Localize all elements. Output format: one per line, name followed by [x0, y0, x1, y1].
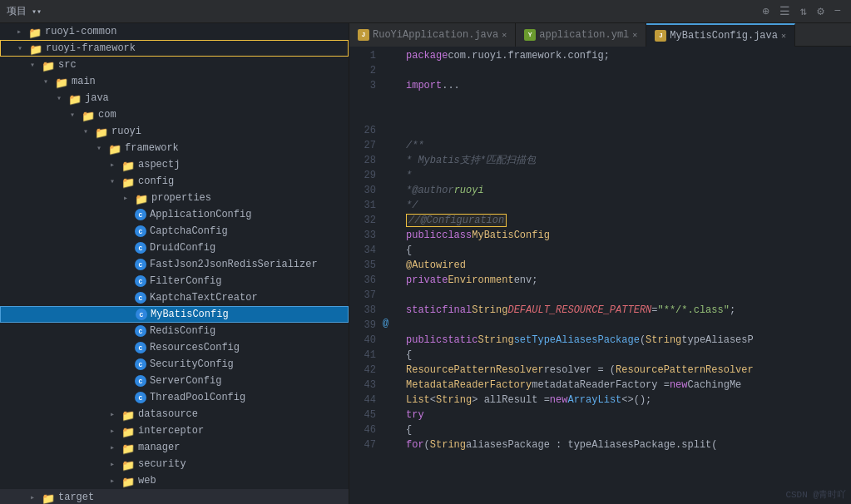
- sidebar-item-RedisConfig[interactable]: C RedisConfig: [0, 323, 349, 339]
- code-line-26: [406, 123, 844, 138]
- code-line-33: public class MyBatisConfig: [406, 228, 844, 243]
- tab-RuoYiApplication[interactable]: J RuoYiApplication.java ✕: [349, 23, 516, 47]
- sidebar-item-DruidConfig[interactable]: C DruidConfig: [0, 240, 349, 256]
- sidebar-item-com[interactable]: 📁 com: [0, 106, 349, 123]
- item-label: KaptchaTextCreator: [150, 292, 258, 304]
- arrow-icon: [43, 77, 55, 86]
- code-line-gap: [406, 93, 844, 108]
- sidebar-item-ThreadPoolConfig[interactable]: C ThreadPoolConfig: [0, 389, 349, 406]
- sidebar-item-framework[interactable]: 📁 framework: [0, 140, 349, 156]
- class-icon: C: [135, 225, 146, 237]
- item-label: aspectj: [138, 159, 180, 170]
- sidebar-item-KaptchaTextCreator[interactable]: C KaptchaTextCreator: [0, 289, 349, 306]
- sidebar-item-web[interactable]: 📁 web: [0, 472, 349, 489]
- settings-icon[interactable]: ⚙: [814, 2, 827, 20]
- sidebar-item-main[interactable]: 📁 main: [0, 73, 349, 90]
- class-icon: C: [135, 375, 146, 387]
- item-label: CaptchaConfig: [150, 225, 228, 237]
- item-label: MyBatisConfig: [151, 309, 229, 320]
- arrow-icon: [110, 476, 121, 486]
- code-editor[interactable]: 1 2 3 26 27 28 29 30 31 32 33 34 35 36 3…: [349, 47, 851, 504]
- arrow-icon: [110, 426, 121, 436]
- folder-icon: 📁: [121, 176, 135, 186]
- yml-file-icon: Y: [524, 29, 536, 41]
- sidebar-item-manager[interactable]: 📁 manager: [0, 439, 349, 456]
- code-line-47: for (String aliasesPackage : typeAliases…: [406, 437, 844, 452]
- code-line-29: *: [406, 168, 844, 183]
- folder-icon: 📁: [28, 27, 42, 37]
- sidebar-item-ruoyi-common[interactable]: 📁 ruoyi-common: [0, 23, 349, 40]
- panel-arrow[interactable]: ▾: [32, 7, 43, 17]
- class-icon: C: [135, 259, 146, 270]
- editor-gutter: @: [383, 47, 399, 504]
- folder-icon: 📁: [95, 126, 108, 136]
- tab-application[interactable]: Y application.yml ✕: [516, 23, 646, 47]
- list-icon[interactable]: ☰: [776, 2, 794, 20]
- code-line-36: private Environment env;: [406, 273, 844, 288]
- tab-MyBatisConfig[interactable]: J MyBatisConfig.java ✕: [646, 23, 795, 47]
- arrow-icon: [17, 43, 29, 53]
- folder-icon: 📁: [121, 459, 135, 469]
- class-icon: C: [135, 392, 146, 403]
- sidebar-item-ruoyi[interactable]: 📁 ruoyi: [0, 123, 349, 140]
- item-label: SecurityConfig: [150, 358, 234, 370]
- sidebar-item-datasource[interactable]: 📁 datasource: [0, 406, 349, 422]
- minimize-icon[interactable]: −: [831, 2, 844, 20]
- tabs-bar: J RuoYiApplication.java ✕ Y application.…: [349, 23, 851, 47]
- sidebar-item-interceptor[interactable]: 📁 interceptor: [0, 422, 349, 439]
- item-label: interceptor: [138, 425, 204, 437]
- sidebar-item-java[interactable]: 📁 java: [0, 90, 349, 106]
- sidebar-item-ResourcesConfig[interactable]: C ResourcesConfig: [0, 339, 349, 356]
- folder-icon: 📁: [42, 60, 55, 70]
- item-label: properties: [151, 192, 211, 204]
- item-label: main: [72, 76, 96, 87]
- folder-icon: 📁: [121, 476, 135, 486]
- item-label: RedisConfig: [150, 325, 215, 337]
- code-line-27: /**: [406, 138, 844, 153]
- sidebar-item-CaptchaConfig[interactable]: C CaptchaConfig: [0, 223, 349, 240]
- sidebar-item-ruoyi-framework[interactable]: 📁 ruoyi-framework: [0, 40, 349, 57]
- sidebar-item-aspectj[interactable]: 📁 aspectj: [0, 156, 349, 173]
- tab-close-icon[interactable]: ✕: [632, 30, 637, 40]
- gutter-run-icon[interactable]: @: [383, 318, 388, 329]
- folder-icon: 📁: [121, 442, 135, 452]
- code-line-34: {: [406, 243, 844, 258]
- arrow-icon: [96, 143, 108, 153]
- sidebar-item-FastJson2JsonRedisSerializer[interactable]: C FastJson2JsonRedisSerializer: [0, 256, 349, 273]
- sidebar-item-ApplicationConfig[interactable]: C ApplicationConfig: [0, 206, 349, 223]
- sidebar-item-FilterConfig[interactable]: C FilterConfig: [0, 273, 349, 289]
- sidebar-item-security[interactable]: 📁 security: [0, 456, 349, 472]
- code-line-2: [406, 63, 844, 78]
- java-file-icon: J: [358, 29, 369, 41]
- item-label: ruoyi-common: [45, 26, 116, 37]
- item-label: FilterConfig: [150, 275, 221, 287]
- class-icon: C: [135, 209, 146, 220]
- add-icon[interactable]: ⊕: [759, 2, 772, 20]
- class-icon: C: [135, 275, 146, 287]
- code-content[interactable]: package com.ruoyi.framework.config; impo…: [399, 47, 851, 504]
- sidebar-item-src[interactable]: 📁 src: [0, 57, 349, 73]
- project-tree: 📁 ruoyi-common 📁 ruoyi-framework 📁 src 📁…: [0, 23, 349, 504]
- tab-close-icon[interactable]: ✕: [781, 31, 786, 41]
- sidebar-item-config[interactable]: 📁 config: [0, 173, 349, 190]
- class-icon: C: [135, 358, 146, 370]
- arrow-icon: [110, 442, 121, 452]
- sidebar-item-SecurityConfig[interactable]: C SecurityConfig: [0, 356, 349, 373]
- sidebar-item-ServerConfig[interactable]: C ServerConfig: [0, 373, 349, 389]
- sidebar-item-properties[interactable]: 📁 properties: [0, 190, 349, 206]
- item-label: datasource: [138, 408, 198, 420]
- folder-icon: 📁: [82, 110, 95, 120]
- tab-close-icon[interactable]: ✕: [502, 30, 507, 40]
- sidebar-item-target[interactable]: 📁 target: [0, 489, 349, 504]
- folder-icon: 📁: [42, 492, 55, 502]
- item-label: ResourcesConfig: [150, 342, 240, 353]
- class-icon: C: [135, 325, 146, 337]
- item-label: ruoyi-framework: [46, 42, 136, 54]
- sort-icon[interactable]: ⇅: [797, 2, 810, 20]
- class-icon: C: [135, 292, 146, 304]
- panel-title: 项目: [7, 4, 27, 18]
- folder-icon: 📁: [55, 77, 68, 86]
- line-numbers: 1 2 3 26 27 28 29 30 31 32 33 34 35 36 3…: [349, 47, 383, 504]
- sidebar-item-MyBatisConfig[interactable]: C MyBatisConfig: [0, 306, 349, 323]
- folder-icon: 📁: [29, 43, 42, 53]
